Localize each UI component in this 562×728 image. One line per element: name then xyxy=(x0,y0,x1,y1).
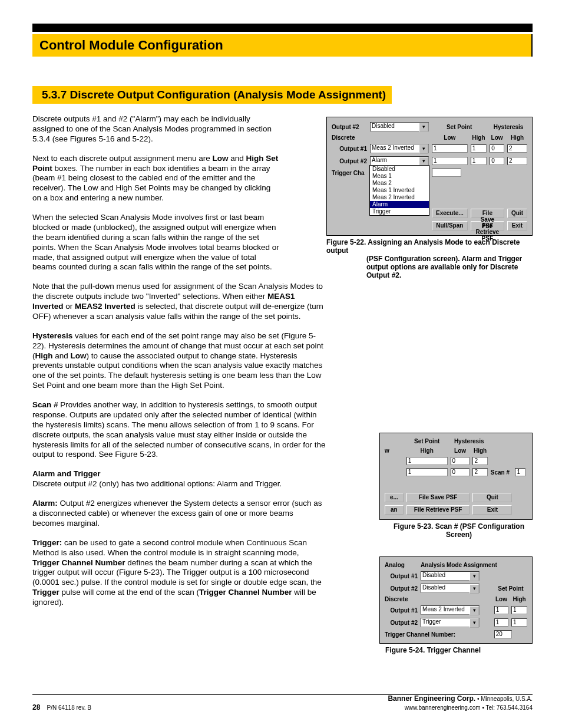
para-3: When the selected Scan Analysis Mode inv… xyxy=(32,213,280,272)
part-number: P/N 64118 rev. B xyxy=(47,704,91,711)
page-number: 28 xyxy=(32,703,40,711)
f24-discrete-out2[interactable]: Trigger xyxy=(421,618,480,627)
fig-5-24-ui: Analog Analysis Mode Assignment Output #… xyxy=(379,556,533,644)
f24-discrete-out1[interactable]: Meas 2 Inverted xyxy=(421,605,480,615)
f24-sp-high2[interactable]: 1 xyxy=(511,618,527,627)
page-banner: Control Module Configuration xyxy=(32,34,533,57)
f23-e-button[interactable]: e... xyxy=(385,493,404,502)
f23-sp2[interactable]: 1 xyxy=(406,468,448,476)
f23-retrieve-button[interactable]: File Retrieve PSF xyxy=(406,505,470,515)
f23-hh1[interactable]: 2 xyxy=(472,457,487,465)
para-2: Next to each discrete output assignment … xyxy=(32,154,280,203)
nullspan-button[interactable]: Null/Span xyxy=(432,221,468,230)
output1-select[interactable]: Meas 2 Inverted xyxy=(370,144,429,153)
fig-5-22-ui: Output #2 Disabled Set Point Hysteresis … xyxy=(326,117,533,236)
para-4: Note that the pull-down menus used for a… xyxy=(32,282,351,322)
f24-analog-out1[interactable]: Disabled xyxy=(421,571,480,581)
para-7: Discrete output #2 (only) has two additi… xyxy=(32,479,351,489)
execute-button[interactable]: Execute... xyxy=(432,209,468,218)
section-title: 5.3.7 Discrete Output Configuration (Ana… xyxy=(32,86,392,104)
sp-high-2[interactable]: 1 xyxy=(471,157,487,165)
quit-button[interactable]: Quit xyxy=(507,209,527,218)
scan-num-field[interactable]: 1 xyxy=(515,468,525,476)
hy-high-1[interactable]: 2 xyxy=(507,144,527,153)
para-9: Trigger: can be used to gate a second co… xyxy=(32,538,351,608)
f23-save-button[interactable]: File Save PSF xyxy=(406,493,470,502)
para-8: Alarm: Output #2 energizes whenever the … xyxy=(32,499,351,529)
output2-top-select[interactable]: Disabled xyxy=(370,122,429,131)
file-save-psf-button[interactable]: File Save PSF xyxy=(471,209,504,218)
para-6: Scan # Provides another way, in addition… xyxy=(32,400,351,460)
trigger-channel-number[interactable]: 20 xyxy=(494,630,512,638)
f24-sp-low2[interactable]: 1 xyxy=(494,618,508,627)
para-5: Hysteresis values for each end of the se… xyxy=(32,331,351,391)
hy-low-1[interactable]: 0 xyxy=(490,144,504,153)
f24-analog-out2[interactable]: Disabled xyxy=(421,584,480,593)
f23-sp1[interactable]: 1 xyxy=(406,457,448,465)
hy-high-2[interactable]: 2 xyxy=(507,157,527,165)
hy-low-2[interactable]: 0 xyxy=(490,157,504,165)
trigger-cha-field[interactable] xyxy=(432,169,461,177)
f24-sp-low1[interactable]: 1 xyxy=(494,606,508,614)
fig-5-24-caption: Figure 5-24. Trigger Channel xyxy=(385,646,533,654)
fig-5-23-caption: Figure 5-23. Scan # (PSF Configuration S… xyxy=(385,522,533,539)
para-1: Discrete outputs #1 and #2 ("Alarm") may… xyxy=(32,114,280,144)
f23-quit-button[interactable]: Quit xyxy=(472,493,512,502)
file-retrieve-psf-button[interactable]: File Retrieve PSF xyxy=(471,221,504,230)
output2-dropdown[interactable]: Disabled Meas 1 Meas 2 Meas 1 Inverted M… xyxy=(369,165,429,216)
f23-exit-button[interactable]: Exit xyxy=(472,505,512,515)
page-footer: 28 P/N 64118 rev. B Banner Engineering C… xyxy=(32,694,533,711)
f23-hl1[interactable]: 0 xyxy=(451,457,470,465)
f23-an-button[interactable]: an xyxy=(385,505,404,515)
sp-high-1[interactable]: 1 xyxy=(471,144,487,153)
subhead-alarm-trigger: Alarm and Trigger xyxy=(32,469,351,478)
sp-low-1[interactable]: 1 xyxy=(432,144,468,153)
fig-5-23-ui: Set Point Hysteresis w High Low High 1 xyxy=(379,433,533,520)
exit-button[interactable]: Exit xyxy=(507,221,527,230)
output2-select[interactable]: Alarm xyxy=(370,156,429,166)
f23-hh2[interactable]: 2 xyxy=(472,468,487,476)
f23-hl2[interactable]: 0 xyxy=(451,468,470,476)
fig-5-22-caption: Figure 5-22. Assigning an Analysis Mode … xyxy=(326,238,533,279)
sp-low-2[interactable]: 1 xyxy=(432,157,468,165)
f24-sp-high1[interactable]: 1 xyxy=(511,606,527,614)
